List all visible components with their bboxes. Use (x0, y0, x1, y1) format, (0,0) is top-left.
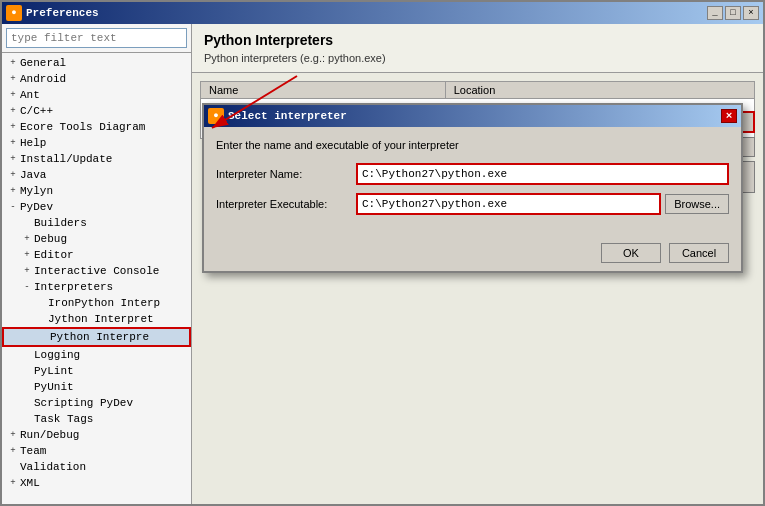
tree: +General+Android+Ant+C/C+++Ecore Tools D… (2, 53, 191, 504)
expand-icon-ant[interactable]: + (6, 88, 20, 102)
sidebar-item-ecore[interactable]: +Ecore Tools Diagram (2, 119, 191, 135)
expand-icon-help[interactable]: + (6, 136, 20, 150)
tree-label-debug: Debug (34, 233, 67, 245)
tree-label-xml: XML (20, 477, 40, 489)
sidebar-item-jython[interactable]: Jython Interpret (2, 311, 191, 327)
expand-icon-android[interactable]: + (6, 72, 20, 86)
title-bar: ● Preferences _ □ × (2, 2, 763, 24)
panel-body: Name Location New... Quick Auto-Confi Ad… (192, 73, 763, 504)
sidebar-item-ant[interactable]: +Ant (2, 87, 191, 103)
interpreter-name-field: Interpreter Name: (216, 163, 729, 185)
tree-label-pydev: PyDev (20, 201, 53, 213)
sidebar-item-java[interactable]: +Java (2, 167, 191, 183)
sidebar-item-task_tags[interactable]: Task Tags (2, 411, 191, 427)
dialog-close-button[interactable]: × (721, 109, 737, 123)
tree-label-help: Help (20, 137, 46, 149)
sidebar-item-logging[interactable]: Logging (2, 347, 191, 363)
tree-label-ecore: Ecore Tools Diagram (20, 121, 145, 133)
expand-icon-logging (20, 348, 34, 362)
sidebar-item-team[interactable]: +Team (2, 443, 191, 459)
col-location: Location (445, 82, 754, 99)
expand-icon-ironpython (34, 296, 48, 310)
sidebar-item-general[interactable]: +General (2, 55, 191, 71)
maximize-button[interactable]: □ (725, 6, 741, 20)
tree-label-ironpython: IronPython Interp (48, 297, 160, 309)
expand-icon-python_interp (36, 330, 50, 344)
expand-icon-mylyn[interactable]: + (6, 184, 20, 198)
sidebar-item-run_debug[interactable]: +Run/Debug (2, 427, 191, 443)
expand-icon-scripting (20, 396, 34, 410)
tree-label-logging: Logging (34, 349, 80, 361)
sidebar-item-interactive_console[interactable]: +Interactive Console (2, 263, 191, 279)
interpreter-executable-field: Interpreter Executable: Browse... (216, 193, 729, 215)
tree-label-validation: Validation (20, 461, 86, 473)
ok-button[interactable]: OK (601, 243, 661, 263)
dialog-subtitle: Enter the name and executable of your in… (216, 139, 729, 151)
tree-label-scripting: Scripting PyDev (34, 397, 133, 409)
expand-icon-xml[interactable]: + (6, 476, 20, 490)
sidebar-item-validation[interactable]: Validation (2, 459, 191, 475)
interpreter-name-input[interactable] (356, 163, 729, 185)
select-interpreter-dialog: ● Select interpreter × Enter the name an… (202, 103, 743, 273)
sidebar-item-pylint[interactable]: PyLint (2, 363, 191, 379)
sidebar-item-pyunit[interactable]: PyUnit (2, 379, 191, 395)
expand-icon-debug[interactable]: + (20, 232, 34, 246)
expand-icon-interactive_console[interactable]: + (20, 264, 34, 278)
sidebar: +General+Android+Ant+C/C+++Ecore Tools D… (2, 24, 192, 504)
tree-label-mylyn: Mylyn (20, 185, 53, 197)
close-button[interactable]: × (743, 6, 759, 20)
expand-icon-editor[interactable]: + (20, 248, 34, 262)
sidebar-item-interpreters[interactable]: -Interpreters (2, 279, 191, 295)
dialog-icon: ● (208, 108, 224, 124)
tree-label-task_tags: Task Tags (34, 413, 93, 425)
sidebar-item-help[interactable]: +Help (2, 135, 191, 151)
browse-button[interactable]: Browse... (665, 194, 729, 214)
main-content: +General+Android+Ant+C/C+++Ecore Tools D… (2, 24, 763, 504)
sidebar-item-cpp[interactable]: +C/C++ (2, 103, 191, 119)
interpreter-executable-label: Interpreter Executable: (216, 198, 356, 210)
sidebar-item-debug[interactable]: +Debug (2, 231, 191, 247)
expand-icon-pyunit (20, 380, 34, 394)
sidebar-item-mylyn[interactable]: +Mylyn (2, 183, 191, 199)
sidebar-item-android[interactable]: +Android (2, 71, 191, 87)
tree-label-cpp: C/C++ (20, 105, 53, 117)
filter-input[interactable] (6, 28, 187, 48)
sidebar-item-install[interactable]: +Install/Update (2, 151, 191, 167)
cancel-button[interactable]: Cancel (669, 243, 729, 263)
expand-icon-pydev[interactable]: - (6, 200, 20, 214)
tree-label-editor: Editor (34, 249, 74, 261)
expand-icon-java[interactable]: + (6, 168, 20, 182)
tree-label-pyunit: PyUnit (34, 381, 74, 393)
expand-icon-install[interactable]: + (6, 152, 20, 166)
dialog-body: Enter the name and executable of your in… (204, 127, 741, 235)
dialog-footer: OK Cancel (204, 235, 741, 271)
expand-icon-builders (20, 216, 34, 230)
expand-icon-general[interactable]: + (6, 56, 20, 70)
tree-label-jython: Jython Interpret (48, 313, 154, 325)
tree-label-interpreters: Interpreters (34, 281, 113, 293)
window-icon: ● (6, 5, 22, 21)
expand-icon-team[interactable]: + (6, 444, 20, 458)
sidebar-item-ironpython[interactable]: IronPython Interp (2, 295, 191, 311)
tree-label-interactive_console: Interactive Console (34, 265, 159, 277)
preferences-window: ● Preferences _ □ × +General+Android+Ant… (0, 0, 765, 506)
minimize-button[interactable]: _ (707, 6, 723, 20)
sidebar-item-scripting[interactable]: Scripting PyDev (2, 395, 191, 411)
col-name: Name (201, 82, 446, 99)
tree-label-android: Android (20, 73, 66, 85)
expand-icon-interpreters[interactable]: - (20, 280, 34, 294)
expand-icon-ecore[interactable]: + (6, 120, 20, 134)
tree-label-java: Java (20, 169, 46, 181)
interpreter-executable-input[interactable] (356, 193, 661, 215)
expand-icon-jython (34, 312, 48, 326)
sidebar-item-xml[interactable]: +XML (2, 475, 191, 491)
expand-icon-cpp[interactable]: + (6, 104, 20, 118)
tree-label-python_interp: Python Interpre (50, 331, 149, 343)
expand-icon-run_debug[interactable]: + (6, 428, 20, 442)
sidebar-item-python_interp[interactable]: Python Interpre (2, 327, 191, 347)
sidebar-item-pydev[interactable]: -PyDev (2, 199, 191, 215)
dialog-title-text: Select interpreter (228, 110, 717, 122)
sidebar-item-builders[interactable]: Builders (2, 215, 191, 231)
expand-icon-task_tags (20, 412, 34, 426)
sidebar-item-editor[interactable]: +Editor (2, 247, 191, 263)
